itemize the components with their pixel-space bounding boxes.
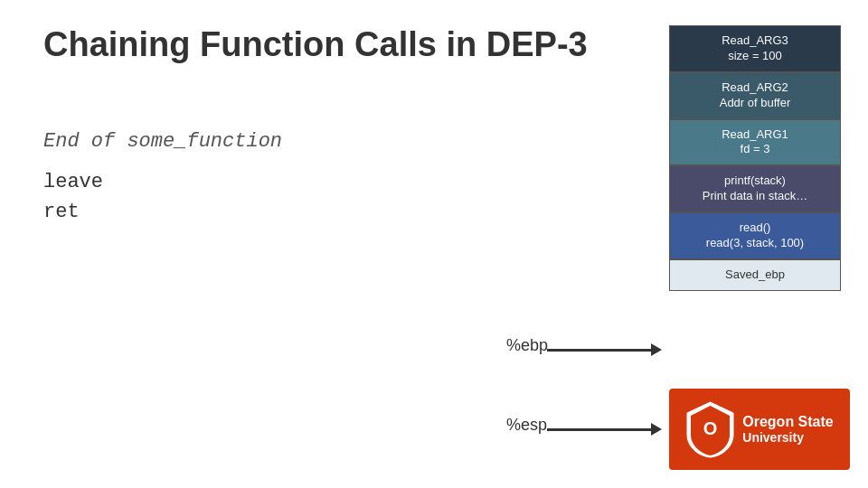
stack-cell-read-arg3: Read_ARG3 size = 100 xyxy=(669,25,841,72)
ebp-arrow xyxy=(547,343,662,356)
osu-text: Oregon State University xyxy=(742,413,833,446)
stack-cell-read-arg2: Read_ARG2 Addr of buffer xyxy=(669,72,841,119)
osu-shield-icon: O xyxy=(685,400,735,459)
svg-text:O: O xyxy=(703,418,718,438)
stack-diagram: Read_ARG3 size = 100 Read_ARG2 Addr of b… xyxy=(669,25,841,291)
esp-register-label: %esp xyxy=(506,416,547,435)
stack-cell-printf: printf(stack) Print data in stack… xyxy=(669,165,841,212)
code-instruction-leave: leave xyxy=(43,167,282,197)
stack-cell-read-call: read() read(3, stack, 100) xyxy=(669,212,841,259)
code-instruction-ret: ret xyxy=(43,197,282,227)
stack-cell-saved-ebp: Saved_ebp xyxy=(669,259,841,291)
ebp-register-label: %ebp xyxy=(506,336,548,355)
code-block: End of some_function leave ret xyxy=(43,127,282,227)
code-comment: End of some_function xyxy=(43,127,282,156)
osu-logo: O Oregon State University xyxy=(669,389,850,470)
page-title: Chaining Function Calls in DEP-3 xyxy=(43,25,588,64)
esp-arrow xyxy=(547,423,662,436)
stack-cell-read-arg1: Read_ARG1 fd = 3 xyxy=(669,119,841,166)
